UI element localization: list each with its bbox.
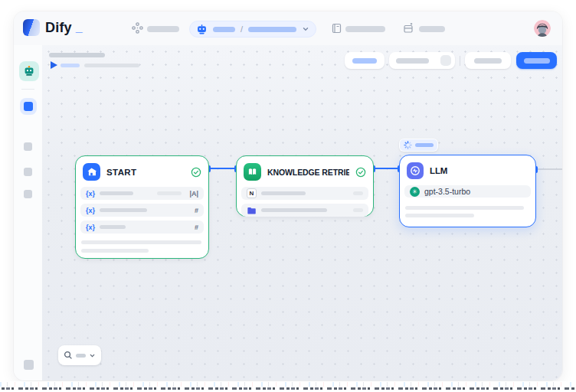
node-start[interactable]: START {x} |A| {x} # (75, 155, 209, 259)
sidebar-item[interactable] (24, 190, 32, 198)
node-title: KNOWLEDGE RETRIEVAL (267, 168, 349, 177)
search-icon (64, 351, 73, 360)
zoom-control[interactable] (58, 345, 101, 365)
home-icon (83, 163, 100, 181)
node-title: START (106, 168, 185, 177)
skeleton-bar (405, 214, 474, 217)
dify-app-window: Dify _ (14, 11, 562, 381)
success-check-icon (191, 167, 201, 178)
sidebar-item-bottom[interactable] (24, 360, 34, 370)
dify-logo: Dify _ (23, 19, 83, 36)
skeleton-bar (213, 27, 235, 32)
node-llm[interactable]: LLM ✳ gpt-3.5-turbo (399, 155, 536, 227)
skeleton-bar (49, 53, 105, 57)
variable-type-badge: # (195, 207, 198, 214)
node-knowledge-retrieval[interactable]: KNOWLEDGE RETRIEVAL N (236, 155, 374, 217)
sidebar-bot-avatar-icon[interactable] (19, 61, 39, 81)
sidebar-item[interactable] (24, 168, 32, 176)
skeleton-bar (474, 58, 502, 64)
app-switcher[interactable]: / (189, 21, 316, 38)
skeleton-bar (100, 191, 133, 195)
toolbar-button-features[interactable] (345, 52, 385, 69)
workflow-edge-llm-out (536, 168, 562, 170)
skeleton-bar (353, 208, 363, 212)
llm-model-row: ✳ gpt-3.5-turbo (404, 185, 531, 198)
variable-icon: {x} (86, 190, 95, 198)
dify-logo-text: Dify (45, 20, 72, 36)
knowledge-source-row: N (241, 187, 368, 200)
skeleton-bar (76, 354, 86, 358)
skeleton-bar (261, 191, 306, 195)
docs-icon[interactable] (332, 23, 342, 34)
skeleton-bar (81, 240, 201, 244)
dify-logo-icon (23, 19, 40, 36)
run-play-icon[interactable] (51, 61, 57, 69)
node-kr-header: KNOWLEDGE RETRIEVAL (237, 156, 373, 187)
skeleton-bar (419, 26, 445, 32)
notion-icon: N (247, 188, 257, 198)
skeleton-bar (84, 64, 139, 67)
success-check-icon (355, 167, 366, 178)
variable-type-badge: # (195, 224, 198, 231)
skeleton-bar (345, 26, 385, 32)
llm-model-icon (407, 162, 424, 179)
node-start-header: START (76, 156, 208, 187)
toolbar-button-preview[interactable] (389, 52, 455, 69)
skeleton-bar (353, 191, 363, 195)
book-icon (244, 163, 261, 181)
skeleton-bar (415, 143, 434, 147)
skeleton-bar (157, 191, 182, 195)
workflow-canvas[interactable]: START {x} |A| {x} # (42, 45, 562, 381)
skeleton-bar (261, 208, 327, 212)
start-variable-row: {x} # (80, 220, 204, 234)
user-avatar[interactable] (534, 20, 551, 37)
sidebar-divider (21, 89, 34, 90)
skeleton-bar (61, 64, 80, 67)
left-sidebar (14, 45, 42, 381)
node-llm-header: LLM (400, 155, 535, 185)
app-header: Dify _ (14, 11, 562, 45)
variable-type-badge: |A| (189, 190, 198, 198)
toolbar-divider (460, 56, 460, 66)
spinner-icon (404, 141, 412, 149)
sidebar-item[interactable] (24, 142, 32, 151)
start-variable-row: {x} |A| (80, 187, 204, 200)
variable-icon: {x} (86, 207, 95, 214)
openai-icon: ✳ (410, 187, 420, 197)
dify-logo-cursor: _ (76, 21, 83, 34)
skeleton-bar (100, 208, 147, 212)
chevron-down-icon (302, 25, 309, 33)
toolbar-button-badge (440, 55, 451, 66)
skeleton-bar (248, 27, 296, 32)
plugin-icon[interactable] (403, 22, 414, 34)
variable-icon: {x} (86, 224, 95, 231)
toolbar-button-publish[interactable] (516, 52, 557, 69)
skeleton-bar (81, 249, 149, 253)
app-robot-icon (196, 24, 208, 35)
skeleton-bar (352, 58, 377, 64)
sidebar-item-workflow-active[interactable] (20, 98, 37, 115)
page-background: Dify _ (0, 0, 576, 392)
folder-icon (247, 206, 257, 215)
workflow-edge-kr-to-llm (374, 168, 399, 169)
chevron-down-icon (89, 352, 96, 359)
workflow-icon (24, 102, 33, 111)
glitch-text-strip (0, 381, 576, 392)
workflow-edge-start-to-kr (209, 168, 236, 169)
skeleton-bar (100, 225, 126, 229)
node-running-indicator (399, 139, 438, 152)
knowledge-source-row (241, 204, 368, 217)
move-tool-icon[interactable] (132, 22, 143, 34)
toolbar-button-run[interactable] (465, 52, 511, 69)
skeleton-bar (405, 206, 524, 210)
skeleton-bar (147, 26, 179, 32)
start-variable-row: {x} # (80, 204, 204, 217)
node-title: LLM (430, 166, 529, 175)
app-switcher-separator: / (241, 24, 243, 34)
skeleton-bar (524, 58, 550, 64)
model-name: gpt-3.5-turbo (424, 187, 470, 196)
skeleton-bar (396, 58, 429, 64)
